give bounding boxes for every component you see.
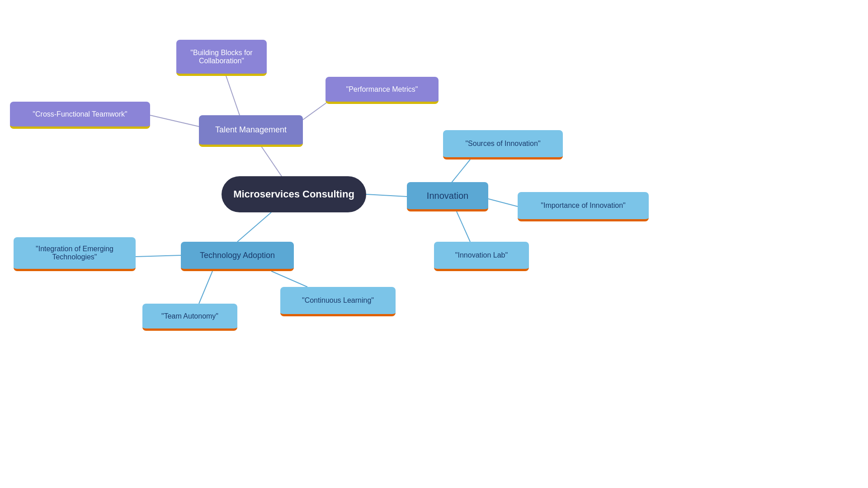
svg-line-1 [226, 76, 240, 115]
tech-label: Technology Adoption [200, 251, 275, 260]
building-label: "Building Blocks for Collaboration" [176, 49, 267, 65]
building-blocks-node[interactable]: "Building Blocks for Collaboration" [176, 40, 267, 76]
sources-innovation-node[interactable]: "Sources of Innovation" [443, 130, 563, 160]
importance-innovation-node[interactable]: "Importance of Innovation" [518, 192, 649, 221]
innovation-label: Innovation [427, 191, 468, 201]
talent-label: Talent Management [215, 125, 287, 135]
continuous-learning-node[interactable]: "Continuous Learning" [280, 287, 396, 316]
svg-line-2 [150, 115, 199, 127]
team-label: "Team Autonomy" [161, 312, 218, 320]
svg-line-8 [237, 212, 271, 242]
svg-line-9 [136, 255, 181, 257]
svg-line-11 [199, 271, 212, 304]
technology-adoption-node[interactable]: Technology Adoption [181, 242, 294, 271]
performance-label: "Performance Metrics" [346, 85, 418, 94]
svg-line-7 [457, 211, 470, 242]
talent-management-node[interactable]: Talent Management [199, 115, 303, 147]
innovation-node[interactable]: Innovation [407, 182, 488, 211]
cross-label: "Cross-Functional Teamwork" [33, 110, 127, 118]
innovation-lab-node[interactable]: "Innovation Lab" [434, 242, 529, 271]
integration-node[interactable]: "Integration of Emerging Technologies" [14, 237, 136, 271]
svg-line-4 [366, 194, 407, 197]
cross-functional-node[interactable]: "Cross-Functional Teamwork" [10, 102, 150, 129]
importance-label: "Importance of Innovation" [541, 202, 625, 210]
integration-label: "Integration of Emerging Technologies" [14, 245, 136, 261]
svg-line-6 [488, 199, 518, 206]
svg-line-10 [271, 271, 307, 287]
team-autonomy-node[interactable]: "Team Autonomy" [142, 304, 237, 331]
performance-metrics-node[interactable]: "Performance Metrics" [326, 77, 439, 104]
learning-label: "Continuous Learning" [302, 296, 374, 305]
lab-label: "Innovation Lab" [455, 251, 508, 259]
center-label: Microservices Consulting [233, 188, 354, 200]
sources-label: "Sources of Innovation" [465, 140, 540, 148]
center-node[interactable]: Microservices Consulting [222, 176, 366, 212]
